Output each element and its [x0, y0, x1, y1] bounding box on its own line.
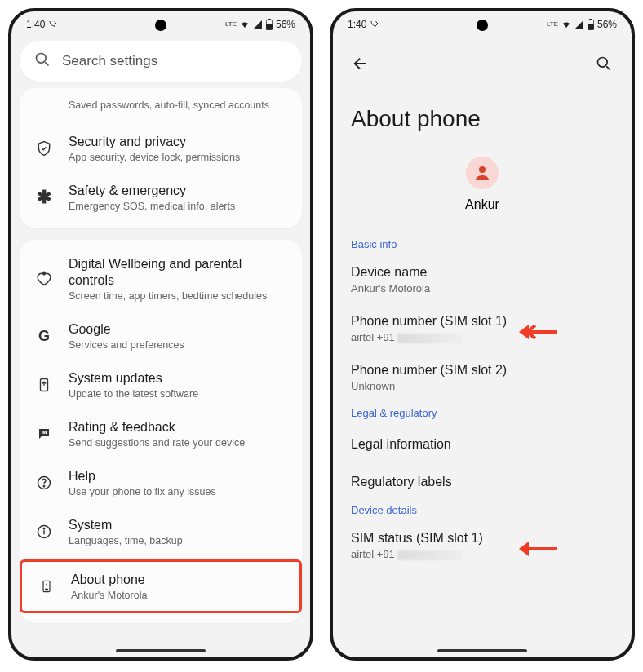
svg-rect-17	[588, 24, 593, 29]
svg-rect-8	[46, 431, 47, 434]
device-name-row[interactable]: Device name Ankur's Motorola	[338, 257, 627, 306]
svg-rect-6	[42, 431, 43, 434]
settings-card-2: Digital Wellbeing and parental controls …	[20, 240, 302, 623]
sim-status-row[interactable]: SIM status (SIM slot 1) airtel +91	[338, 523, 627, 572]
wifi-icon	[239, 20, 251, 29]
phone-number-sim1-row[interactable]: Phone number (SIM slot 1) airtel +91	[338, 306, 627, 355]
info-icon	[34, 522, 54, 542]
rating-feedback-row[interactable]: Rating & feedback Send suggestions and r…	[20, 409, 302, 458]
phone-left: 1:40 LTE 56% Search settings Saved passw…	[8, 8, 313, 661]
system-row[interactable]: System Languages, time, backup	[20, 507, 302, 556]
search-button[interactable]	[589, 49, 619, 78]
redacted-number	[397, 334, 463, 343]
svg-point-3	[37, 53, 47, 63]
google-row[interactable]: G Google Services and preferences	[20, 312, 302, 360]
avatar-icon	[466, 157, 499, 189]
heart-icon	[34, 269, 54, 289]
phone-right: 1:40 LTE 56% About phone A	[330, 8, 635, 661]
battery-pct: 56%	[276, 19, 295, 30]
svg-rect-14	[46, 589, 48, 590]
system-updates-row[interactable]: System updates Update to the latest soft…	[20, 360, 302, 409]
security-privacy-row[interactable]: Security and privacy App security, devic…	[20, 124, 302, 173]
svg-rect-1	[268, 19, 271, 20]
annotation-arrow	[517, 539, 557, 559]
phone-number-sim2-row[interactable]: Phone number (SIM slot 2) Unknown	[338, 355, 627, 404]
digital-wellbeing-row[interactable]: Digital Wellbeing and parental controls …	[20, 246, 302, 312]
battery-icon	[265, 19, 273, 30]
wifi-icon	[561, 20, 572, 29]
section-device-details: Device details	[338, 501, 627, 523]
svg-point-18	[598, 58, 608, 68]
legal-information-row[interactable]: Legal information	[338, 426, 627, 463]
svg-point-4	[43, 272, 46, 274]
annotation-arrow	[517, 322, 557, 342]
asterisk-icon: ✱	[34, 188, 54, 207]
feedback-icon	[34, 424, 54, 444]
volte-icon: LTE	[225, 21, 237, 28]
nav-bar[interactable]	[437, 649, 527, 652]
camera-notch	[155, 20, 166, 31]
safety-emergency-row[interactable]: ✱ Safety & emergency Emergency SOS, medi…	[20, 173, 302, 222]
about-phone-row[interactable]: About phone Ankur's Motorola	[20, 559, 302, 613]
truncated-row[interactable]: Saved passwords, auto-fill, synced accou…	[20, 95, 302, 124]
svg-rect-7	[43, 431, 45, 434]
section-basic-info: Basic info	[338, 235, 627, 257]
call-forward-icon	[370, 20, 379, 29]
svg-rect-16	[590, 19, 592, 20]
google-icon: G	[34, 326, 54, 346]
section-legal: Legal & regulatory	[338, 404, 627, 426]
shield-icon	[34, 139, 54, 158]
back-button[interactable]	[346, 49, 375, 78]
redacted-number	[397, 550, 463, 560]
camera-notch	[477, 20, 488, 31]
battery-pct: 56%	[597, 19, 617, 30]
settings-card-1: Saved passwords, auto-fill, synced accou…	[20, 88, 302, 228]
signal-icon	[574, 20, 584, 29]
volte-icon: LTE	[547, 21, 558, 28]
help-row[interactable]: Help Use your phone to fix any issues	[20, 458, 302, 507]
svg-point-12	[43, 528, 44, 529]
status-time: 1:40	[348, 19, 366, 30]
page-title: About phone	[338, 85, 627, 157]
regulatory-labels-row[interactable]: Regulatory labels	[338, 463, 627, 501]
phone-icon	[37, 577, 56, 596]
search-icon	[34, 51, 51, 72]
help-icon	[34, 473, 54, 493]
nav-bar[interactable]	[116, 649, 206, 652]
call-forward-icon	[48, 20, 58, 29]
profile-name: Ankur	[465, 197, 499, 212]
signal-icon	[253, 20, 263, 29]
status-time: 1:40	[26, 19, 45, 30]
update-icon	[34, 375, 54, 395]
svg-point-10	[43, 486, 44, 487]
search-placeholder: Search settings	[62, 53, 157, 69]
battery-icon	[587, 19, 595, 30]
svg-point-19	[479, 166, 486, 173]
svg-rect-2	[266, 24, 272, 29]
search-settings[interactable]: Search settings	[20, 41, 302, 82]
profile-block[interactable]: Ankur	[338, 157, 627, 212]
